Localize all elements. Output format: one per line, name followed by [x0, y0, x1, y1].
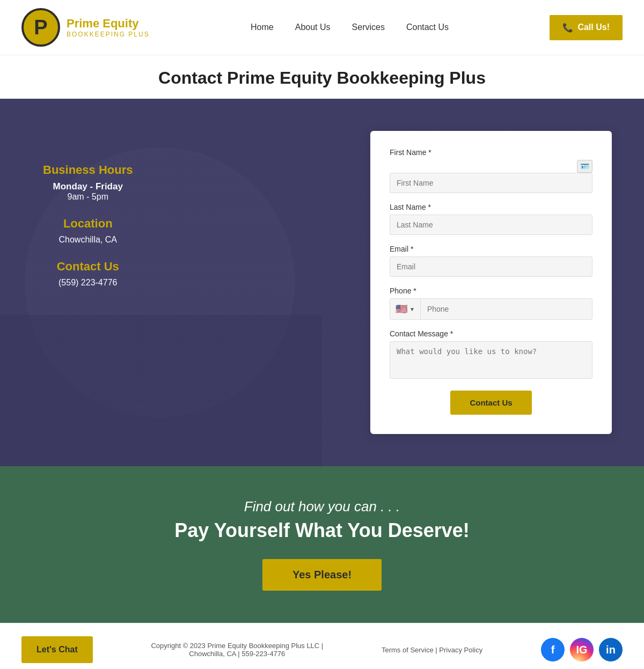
phone-input[interactable] — [421, 299, 592, 319]
us-flag-icon: 🇺🇸 — [396, 303, 407, 315]
business-hours-heading: Business Hours — [43, 163, 133, 177]
logo-text: Prime Equity BOOKKEEPING PLUS — [67, 17, 150, 38]
hours-text: 9am - 5pm — [43, 192, 133, 202]
cta-sub-text: Find out how you can . . . — [21, 498, 623, 515]
first-name-field: First Name * 🪪 — [390, 148, 592, 193]
nav-contact[interactable]: Contact Us — [406, 23, 449, 32]
last-name-label: Last Name * — [390, 203, 592, 211]
phone-row: 🇺🇸 ▼ — [390, 298, 592, 320]
message-input[interactable] — [390, 341, 592, 379]
phone-field: Phone * 🇺🇸 ▼ — [390, 286, 592, 320]
contact-block: Contact Us (559) 223-4776 — [43, 260, 133, 288]
nav-about[interactable]: About Us — [295, 23, 331, 32]
phone-label: Phone * — [390, 286, 592, 295]
contact-form-card: First Name * 🪪 Last Name * Email * Phone… — [370, 131, 612, 434]
hero-info: Business Hours Monday - Friday 9am - 5pm… — [43, 131, 133, 303]
site-footer: Let's Chat Copyright © 2023 Prime Equity… — [0, 623, 644, 669]
cta-section: Find out how you can . . . Pay Yourself … — [0, 466, 644, 623]
autofill-icon[interactable]: 🪪 — [577, 160, 592, 173]
footer-links[interactable]: Terms of Service | Privacy Policy — [382, 646, 482, 654]
email-input[interactable] — [390, 256, 592, 277]
chat-button[interactable]: Let's Chat — [21, 636, 93, 663]
email-field: Email * — [390, 245, 592, 277]
nav-services[interactable]: Services — [352, 23, 385, 32]
brand-sub: BOOKKEEPING PLUS — [67, 31, 150, 38]
chevron-down-icon: ▼ — [409, 306, 415, 312]
copyright-line: Copyright © 2023 Prime Equity Bookkeepin… — [151, 642, 323, 650]
logo-badge: P — [21, 8, 60, 47]
main-nav: Home About Us Services Contact Us — [251, 23, 449, 32]
social-icons: f IG in — [541, 638, 623, 661]
logo-area: P Prime Equity BOOKKEEPING PLUS — [21, 8, 150, 47]
location-block: Location Chowchilla, CA — [43, 217, 133, 245]
last-name-field: Last Name * — [390, 203, 592, 235]
logo-letter: P — [34, 16, 47, 39]
call-btn-label: Call Us! — [577, 23, 610, 32]
location-heading: Location — [43, 217, 133, 231]
phone-icon: 📞 — [562, 23, 573, 33]
site-header: P Prime Equity BOOKKEEPING PLUS Home Abo… — [0, 0, 644, 55]
facebook-icon[interactable]: f — [541, 638, 565, 661]
contact-phone: (559) 223-4776 — [43, 278, 133, 288]
hours-bold: Monday - Friday — [43, 181, 133, 192]
linkedin-icon[interactable]: in — [599, 638, 623, 661]
hero-section: Business Hours Monday - Friday 9am - 5pm… — [0, 99, 644, 466]
nav-home[interactable]: Home — [251, 23, 274, 32]
page-title: Contact Prime Equity Bookkeeping Plus — [0, 55, 644, 99]
instagram-icon[interactable]: IG — [570, 638, 594, 661]
last-name-input[interactable] — [390, 215, 592, 235]
cta-button[interactable]: Yes Please! — [262, 559, 382, 591]
first-name-input[interactable] — [390, 173, 592, 193]
brand-name: Prime Equity — [67, 17, 150, 31]
location-text: Chowchilla, CA — [43, 235, 133, 245]
first-name-label: First Name * — [390, 148, 592, 157]
form-submit-button[interactable]: Contact Us — [450, 391, 531, 415]
business-hours-block: Business Hours Monday - Friday 9am - 5pm — [43, 163, 133, 202]
message-field: Contact Message * — [390, 329, 592, 381]
cta-main-text: Pay Yourself What You Deserve! — [21, 519, 623, 542]
footer-copyright: Copyright © 2023 Prime Equity Bookkeepin… — [151, 642, 323, 658]
message-label: Contact Message * — [390, 329, 592, 338]
email-label: Email * — [390, 245, 592, 253]
phone-flag[interactable]: 🇺🇸 ▼ — [390, 299, 421, 319]
contact-heading: Contact Us — [43, 260, 133, 274]
footer-address: Chowchilla, CA | 559-223-4776 — [151, 650, 323, 658]
call-button[interactable]: 📞 Call Us! — [550, 15, 623, 40]
